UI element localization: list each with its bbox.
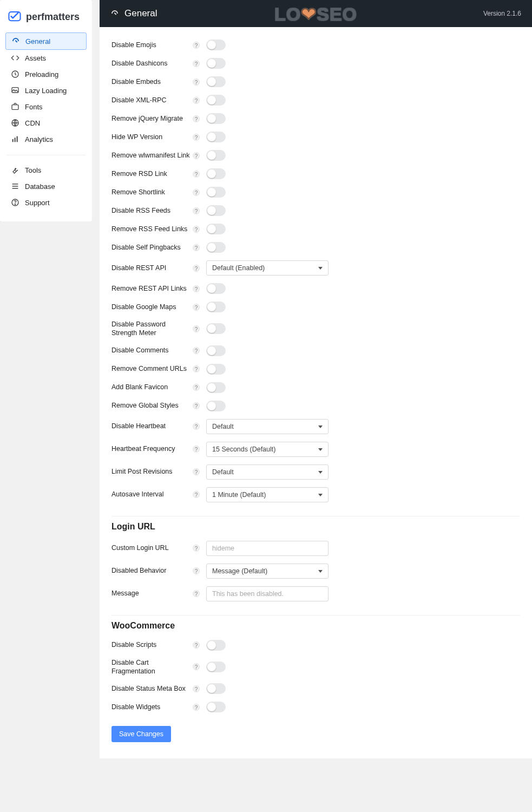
help-icon[interactable]: ? — [193, 468, 200, 475]
help-icon[interactable]: ? — [193, 97, 200, 104]
help-icon[interactable]: ? — [193, 226, 200, 233]
select-disable-rest-api[interactable]: Default (Enabled) — [206, 260, 329, 276]
toggle-remove-comment-urls[interactable] — [206, 364, 226, 375]
toggle-disable-google-maps[interactable] — [206, 302, 226, 312]
sidebar-item-lazy-loading[interactable]: Lazy Loading — [5, 82, 87, 99]
help-icon[interactable]: ? — [193, 244, 200, 251]
setting-label: Disable Cart Fragmentation — [111, 658, 193, 676]
setting-label: Remove REST API Links — [111, 284, 193, 293]
setting-row-disable-embeds: Disable Embeds? — [111, 73, 520, 91]
toggle-disable-widgets[interactable] — [206, 702, 226, 712]
help-icon[interactable]: ? — [193, 325, 200, 332]
settings-form: Disable Emojis?Disable Dashicons?Disable… — [100, 27, 532, 758]
sidebar: perfmatters GeneralAssetsPreloadingLazy … — [0, 0, 92, 221]
help-icon[interactable]: ? — [193, 641, 200, 649]
save-button[interactable]: Save Changes — [111, 726, 171, 742]
help-icon[interactable]: ? — [193, 365, 200, 372]
sidebar-item-label: Tools — [25, 166, 41, 174]
toggle-remove-wlwmanifest-link[interactable] — [206, 150, 226, 161]
toggle-remove-jquery-migrate[interactable] — [206, 113, 226, 124]
globe-icon — [11, 119, 19, 127]
watermark: LO❤SEO — [274, 3, 357, 25]
toggle-remove-global-styles[interactable] — [206, 401, 226, 411]
input-message[interactable] — [206, 586, 329, 601]
help-icon[interactable]: ? — [193, 171, 200, 178]
sidebar-item-database[interactable]: Database — [5, 178, 87, 194]
select-disable-heartbeat[interactable]: Default — [206, 419, 329, 434]
help-icon[interactable]: ? — [193, 423, 200, 430]
sidebar-item-tools[interactable]: Tools — [5, 162, 87, 178]
sidebar-item-label: Preloading — [25, 70, 58, 78]
help-icon[interactable]: ? — [193, 265, 200, 272]
toggle-disable-status-meta-box[interactable] — [206, 683, 226, 694]
toggle-disable-emojis[interactable] — [206, 40, 226, 50]
toggle-disable-self-pingbacks[interactable] — [206, 242, 226, 253]
help-icon[interactable]: ? — [193, 347, 200, 354]
toggle-remove-rss-feed-links[interactable] — [206, 224, 226, 234]
toggle-disable-comments[interactable] — [206, 345, 226, 356]
select-value: 1 Minute (Default) — [212, 491, 266, 499]
setting-row-disable-emojis: Disable Emojis? — [111, 36, 520, 54]
help-icon[interactable]: ? — [193, 685, 200, 692]
svg-point-9 — [15, 204, 15, 205]
help-icon[interactable]: ? — [193, 152, 200, 159]
help-icon[interactable]: ? — [193, 384, 200, 391]
toggle-remove-rest-api-links[interactable] — [206, 283, 226, 294]
help-icon[interactable]: ? — [193, 446, 200, 453]
help-icon[interactable]: ? — [193, 115, 200, 122]
help-icon[interactable]: ? — [193, 567, 200, 574]
sidebar-item-label: Assets — [25, 54, 46, 62]
select-limit-post-revisions[interactable]: Default — [206, 464, 329, 480]
toggle-disable-cart-fragmentation[interactable] — [206, 662, 226, 672]
help-icon[interactable]: ? — [193, 207, 200, 214]
toggle-disable-password-strength-meter[interactable] — [206, 323, 226, 334]
help-icon[interactable]: ? — [193, 42, 200, 49]
help-icon[interactable]: ? — [193, 590, 200, 597]
sidebar-item-label: Support — [25, 199, 50, 207]
toggle-remove-shortlink[interactable] — [206, 187, 226, 198]
help-icon[interactable]: ? — [193, 704, 200, 711]
help-icon[interactable]: ? — [193, 285, 200, 292]
sidebar-item-general[interactable]: General — [5, 32, 87, 50]
sidebar-item-label: CDN — [25, 119, 40, 127]
help-icon[interactable]: ? — [193, 491, 200, 498]
help-icon[interactable]: ? — [193, 60, 200, 67]
help-icon[interactable]: ? — [193, 663, 200, 670]
setting-row-remove-comment-urls: Remove Comment URLs? — [111, 360, 520, 378]
toggle-disable-dashicons[interactable] — [206, 58, 226, 69]
sidebar-item-label: General — [25, 37, 50, 45]
brand-name: perfmatters — [26, 11, 80, 23]
select-heartbeat-frequency[interactable]: 15 Seconds (Default) — [206, 442, 329, 457]
setting-label: Disable Scripts — [111, 640, 193, 649]
sidebar-item-assets[interactable]: Assets — [5, 50, 87, 66]
help-icon[interactable]: ? — [193, 545, 200, 552]
toggle-add-blank-favicon[interactable] — [206, 382, 226, 393]
select-value: 15 Seconds (Default) — [212, 446, 275, 453]
select-disabled-behavior[interactable]: Message (Default) — [206, 564, 329, 579]
toggle-disable-xml-rpc[interactable] — [206, 95, 226, 106]
setting-label: Remove jQuery Migrate — [111, 114, 193, 123]
toggle-disable-embeds[interactable] — [206, 76, 226, 87]
help-icon[interactable]: ? — [193, 304, 200, 311]
setting-label: Disable Status Meta Box — [111, 684, 193, 693]
sidebar-item-label: Analytics — [25, 135, 53, 143]
sidebar-item-fonts[interactable]: Fonts — [5, 99, 87, 115]
sidebar-item-cdn[interactable]: CDN — [5, 115, 87, 131]
sidebar-item-preloading[interactable]: Preloading — [5, 66, 87, 82]
sidebar-item-label: Lazy Loading — [25, 87, 67, 95]
select-autosave-interval[interactable]: 1 Minute (Default) — [206, 487, 329, 502]
help-icon[interactable]: ? — [193, 134, 200, 141]
input-custom-login-url[interactable] — [206, 541, 329, 556]
toggle-remove-rsd-link[interactable] — [206, 168, 226, 179]
toggle-hide-wp-version[interactable] — [206, 132, 226, 142]
setting-row-remove-jquery-migrate: Remove jQuery Migrate? — [111, 109, 520, 128]
code-icon — [11, 54, 19, 62]
toggle-disable-rss-feeds[interactable] — [206, 205, 226, 216]
sidebar-item-analytics[interactable]: Analytics — [5, 131, 87, 147]
setting-label: Disable Emojis — [111, 41, 193, 49]
toggle-disable-scripts[interactable] — [206, 640, 226, 651]
sidebar-item-support[interactable]: Support — [5, 194, 87, 211]
help-icon[interactable]: ? — [193, 78, 200, 86]
help-icon[interactable]: ? — [193, 189, 200, 196]
help-icon[interactable]: ? — [193, 402, 200, 409]
